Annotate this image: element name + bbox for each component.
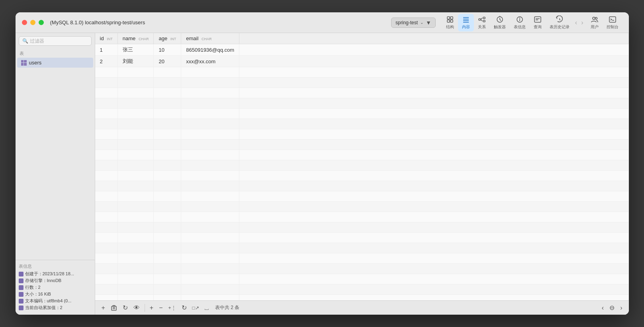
db-selector-label: spring-test	[395, 20, 418, 25]
table-row-empty	[95, 212, 629, 222]
info-row-created: 创建于：2023/11/28 18...	[19, 271, 92, 277]
table-row[interactable]: 1张三10865091936@qq.com	[95, 44, 629, 56]
cell-email[interactable]: 865091936@qq.com	[181, 44, 239, 56]
toolbar-structure[interactable]: 结构	[442, 14, 458, 31]
svg-rect-3	[450, 20, 453, 22]
add-row-2-button[interactable]: +	[147, 303, 156, 313]
table: id INT name CHAR age INT	[95, 33, 629, 300]
nav-forward-button[interactable]: ›	[579, 18, 585, 27]
preview-button[interactable]: 👁	[131, 303, 142, 313]
table-row-empty	[95, 264, 629, 274]
remove-row-button[interactable]: −	[157, 303, 165, 313]
minimize-button[interactable]	[30, 20, 35, 25]
db-selector-icon: ▼	[426, 19, 431, 26]
insert-row-button[interactable]: +⋮	[166, 304, 178, 312]
toolbar-history[interactable]: 表历史记录	[546, 14, 574, 31]
toolbar-users-label: 用户	[591, 24, 599, 30]
maximize-button[interactable]	[39, 20, 44, 25]
info-icon-autoincrement	[19, 306, 23, 310]
divider-1	[145, 304, 145, 312]
col-header-age: age INT	[154, 33, 181, 44]
svg-rect-8	[479, 19, 481, 20]
duplicate-button[interactable]: □↗	[190, 304, 202, 312]
toolbar-users[interactable]: 用户	[587, 14, 603, 31]
add-row-button[interactable]: +	[99, 303, 108, 313]
chevron-down-icon: ⌄	[420, 20, 423, 25]
toolbar-relations-label: 关系	[478, 24, 486, 30]
table-row-empty	[95, 98, 629, 109]
nav-back-button[interactable]: ‹	[574, 18, 579, 27]
table-row-empty	[95, 274, 629, 284]
col-header-name: name CHAR	[117, 33, 154, 44]
svg-rect-2	[447, 20, 450, 22]
cell-empty	[239, 44, 628, 56]
table-header-row: id INT name CHAR age INT	[95, 33, 629, 44]
col-header-empty	[239, 33, 628, 44]
data-table[interactable]: id INT name CHAR age INT	[95, 33, 629, 300]
cell-id[interactable]: 1	[95, 44, 118, 56]
sidebar-item-users[interactable]: users	[17, 58, 93, 68]
table-row-empty	[95, 160, 629, 171]
toolbar-console[interactable]: 控制台	[603, 14, 622, 31]
info-row-autoincrement: 当前自动累加值：2	[19, 305, 92, 311]
search-wrapper[interactable]: 🔍	[19, 36, 92, 46]
delete-row-button[interactable]	[108, 303, 119, 313]
toolbar-query-label: 查询	[534, 24, 542, 30]
bottom-right-controls: ‹ ⊖ ›	[599, 302, 625, 313]
svg-rect-25	[112, 306, 116, 310]
traffic-lights	[22, 20, 44, 25]
svg-rect-1	[450, 17, 453, 19]
titlebar-right: spring-test ⌄ ▼ 结构	[391, 14, 622, 31]
db-selector[interactable]: spring-test ⌄ ▼	[391, 18, 436, 28]
table-row-empty	[95, 284, 629, 295]
cell-age[interactable]: 10	[154, 44, 181, 56]
table-row-empty	[95, 119, 629, 129]
info-title: 表信息	[19, 263, 92, 269]
info-icon-encoding	[19, 299, 23, 304]
table-icon	[21, 60, 27, 66]
info-icon-rows	[19, 285, 23, 290]
close-button[interactable]	[22, 20, 27, 25]
main-area: 🔍 表 users 表信息 创建于：2023/11/28 18...	[16, 33, 629, 315]
info-label-size: 大小：16 KiB	[25, 291, 51, 297]
prev-page-button[interactable]: ‹	[599, 303, 606, 313]
sidebar-item-label: users	[29, 60, 42, 66]
cell-empty	[239, 56, 628, 67]
next-page-button[interactable]: ›	[618, 303, 624, 313]
cell-email[interactable]: xxx@xx.com	[181, 56, 239, 67]
toolbar-tableinfo-label: 表信息	[514, 24, 526, 30]
table-row-empty	[95, 253, 629, 264]
toolbar-console-label: 控制台	[607, 24, 619, 30]
toolbar-relations[interactable]: 关系	[474, 14, 490, 31]
table-row-empty	[95, 140, 629, 150]
content-area: id INT name CHAR age INT	[95, 33, 629, 315]
sidebar: 🔍 表 users 表信息 创建于：2023/11/28 18...	[16, 33, 95, 315]
table-row-empty	[95, 171, 629, 181]
table-row-empty	[95, 88, 629, 98]
toolbar-content[interactable]: 内容	[458, 14, 474, 31]
row-count-status: 表中共 2 条	[215, 304, 239, 311]
cell-id[interactable]: 2	[95, 56, 118, 67]
table-row-empty	[95, 78, 629, 88]
reload-button[interactable]: ↻	[179, 302, 189, 313]
svg-rect-23	[609, 17, 616, 22]
info-icon-size	[19, 292, 23, 297]
filter-button[interactable]: ⎵	[202, 303, 211, 313]
info-label-autoincrement: 当前自动累加值：2	[25, 305, 63, 311]
toolbar-tableinfo[interactable]: 表信息	[510, 14, 530, 31]
cell-name[interactable]: 刘能	[117, 56, 154, 67]
table-row[interactable]: 2刘能20xxx@xx.com	[95, 56, 629, 67]
zoom-out-button[interactable]: ⊖	[607, 302, 617, 313]
toolbar-triggers[interactable]: 触发器	[490, 14, 510, 31]
svg-rect-9	[483, 17, 485, 19]
table-row-empty	[95, 243, 629, 253]
table-row-empty	[95, 191, 629, 202]
tables-section-label: 表	[16, 49, 95, 57]
bottom-toolbar: + ↻ 👁 + − +⋮ ↻ □	[95, 300, 629, 315]
cell-name[interactable]: 张三	[117, 44, 154, 56]
search-input[interactable]	[30, 38, 88, 44]
toolbar-query[interactable]: 查询	[530, 14, 546, 31]
refresh-button[interactable]: ↻	[120, 302, 130, 313]
toolbar-triggers-label: 触发器	[494, 24, 506, 30]
cell-age[interactable]: 20	[154, 56, 181, 67]
